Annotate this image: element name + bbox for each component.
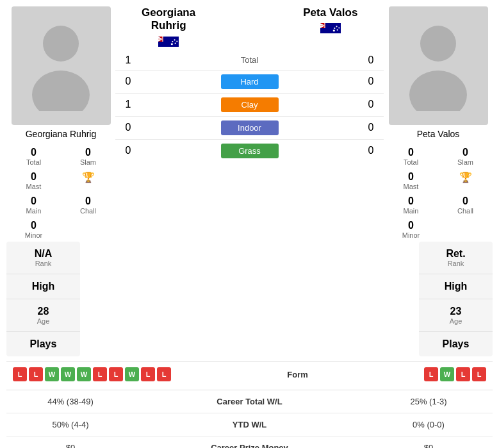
form-badge: L — [157, 367, 171, 381]
player2-minor-cell: 0 Minor — [384, 217, 438, 242]
form-badge: W — [440, 367, 454, 381]
svg-point-24 — [336, 29, 338, 31]
player1-mast-label: Mast — [26, 183, 42, 190]
player2-slam-value: 0 — [462, 147, 468, 158]
svg-point-11 — [175, 42, 176, 44]
form-badge: L — [29, 367, 43, 381]
form-badge: L — [424, 367, 438, 381]
player2-flag — [320, 22, 341, 35]
stats-right-val: $0 — [364, 436, 493, 449]
player2-level-value: High — [445, 281, 468, 292]
svg-point-25 — [338, 28, 339, 29]
svg-rect-22 — [320, 26, 325, 26]
form-badge: W — [45, 367, 59, 381]
player1-chall-value: 0 — [85, 195, 91, 207]
player1-slam-value: 0 — [85, 147, 91, 158]
player1-age-row: 28 Age — [6, 299, 80, 332]
player1-header-name: Georgiana Ruhrig — [127, 6, 210, 33]
player2-main-value: 0 — [408, 195, 414, 207]
player2-name: Peta Valos — [417, 129, 460, 139]
player1-slam-cell: 0 Slam — [61, 144, 115, 169]
player1-rank-label: Rank — [35, 260, 52, 267]
score-grass-row: 0 Grass 0 — [115, 140, 384, 162]
player2-main-label: Main — [404, 207, 419, 215]
player2-main-cell: 0 Main — [384, 193, 438, 217]
player2-chall-label: Chall — [457, 207, 473, 215]
total-score-center: Total — [141, 55, 358, 65]
player1-age-label: Age — [37, 317, 50, 325]
player1-level-row: High — [6, 274, 80, 299]
indoor-score-left: 0 — [115, 122, 141, 133]
player1-main-label: Main — [26, 207, 42, 215]
player2-form-badges: LWLL — [424, 367, 486, 381]
stats-center-label: YTD W/L — [135, 413, 364, 436]
total-label: Total — [241, 55, 258, 65]
grass-score-left: 0 — [115, 145, 141, 156]
total-score-left: 1 — [115, 54, 141, 66]
player1-avatar — [12, 6, 111, 125]
player2-total-label: Total — [404, 158, 418, 166]
clay-score-left: 1 — [115, 99, 141, 110]
names-flags-area: Georgiana Ruhrig — [115, 6, 384, 48]
svg-point-26 — [336, 26, 337, 28]
center-main: Georgiana Ruhrig — [115, 6, 384, 242]
player2-mast-value: 0 — [408, 171, 414, 183]
player2-minor-label: Minor — [402, 231, 420, 239]
svg-rect-9 — [158, 39, 163, 40]
player2-age-value: 23 — [450, 306, 462, 317]
stats-row: $0 Career Prize Money $0 — [6, 436, 493, 449]
player1-total-value: 0 — [31, 147, 37, 158]
player1-card: Georgiana Ruhrig 0 Total 0 Slam 0 Mast 🏆 — [6, 6, 115, 242]
player1-mast-cell: 0 Mast — [6, 169, 61, 193]
indoor-score-right: 0 — [358, 122, 384, 133]
player1-rank-value: N/A — [35, 248, 53, 260]
player2-age-row: 23 Age — [419, 299, 493, 332]
player2-trophy-cell: 🏆 — [438, 169, 493, 193]
form-badge: L — [13, 367, 27, 381]
main-container: Georgiana Ruhrig 0 Total 0 Slam 0 Mast 🏆 — [0, 0, 499, 448]
svg-point-12 — [176, 40, 177, 42]
clay-badge: Clay — [221, 97, 279, 112]
top-section: Georgiana Ruhrig 0 Total 0 Slam 0 Mast 🏆 — [6, 6, 493, 242]
grass-badge: Grass — [221, 144, 279, 158]
score-clay-row: 1 Clay 0 — [115, 94, 384, 117]
score-hard-row: 0 Hard 0 — [115, 71, 384, 94]
player1-stats-grid: 0 Total 0 Slam 0 Mast 🏆 0 Main — [6, 144, 115, 242]
form-badge: L — [141, 367, 155, 381]
form-badge: L — [472, 367, 486, 381]
hard-badge: Hard — [221, 74, 279, 89]
player2-header: Peta Valos — [289, 6, 372, 35]
form-badge: L — [109, 367, 123, 381]
player2-total-cell: 0 Total — [384, 144, 438, 169]
svg-point-13 — [174, 39, 176, 40]
player2-mast-cell: 0 Mast — [384, 169, 438, 193]
stats-right-val: 0% (0-0) — [364, 413, 493, 436]
player1-main-cell: 0 Main — [6, 193, 61, 217]
grass-score-center: Grass — [141, 144, 358, 158]
form-badge: L — [93, 367, 107, 381]
stats-left-val: 44% (38-49) — [6, 390, 135, 413]
form-row: LLWWWLLWLL Form LWLL — [6, 361, 493, 386]
stats-center-label: Career Prize Money — [135, 436, 364, 449]
player2-total-value: 0 — [408, 147, 414, 158]
stats-row: 50% (4-4) YTD W/L 0% (0-0) — [6, 413, 493, 436]
stats-left-val: $0 — [6, 436, 135, 449]
player1-plays-row: Plays — [6, 332, 80, 356]
player1-name: Georgiana Ruhrig — [26, 129, 97, 139]
player2-header-name: Peta Valos — [303, 6, 357, 19]
player1-flag — [158, 35, 179, 48]
player1-minor-value: 0 — [31, 220, 37, 231]
player1-header: Georgiana Ruhrig — [127, 6, 210, 48]
stats-right-val: 25% (1-3) — [364, 390, 493, 413]
svg-point-0 — [43, 26, 79, 62]
grass-score-right: 0 — [358, 145, 384, 156]
player2-avatar — [389, 6, 488, 125]
player1-chall-label: Chall — [80, 207, 96, 215]
player2-stats-grid: 0 Total 0 Slam 0 Mast 🏆 0 Main — [384, 144, 493, 242]
player1-total-label: Total — [26, 158, 41, 166]
player2-age-label: Age — [450, 317, 462, 325]
svg-point-28 — [420, 26, 456, 62]
svg-point-1 — [32, 71, 90, 111]
player1-level-value: High — [32, 281, 55, 292]
player1-chall-cell: 0 Chall — [61, 193, 115, 217]
